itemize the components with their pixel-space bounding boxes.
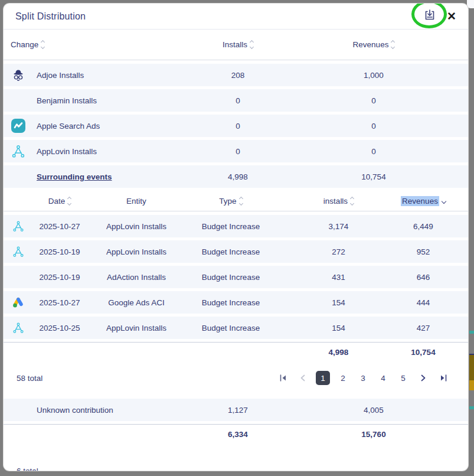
revenues-value: 4,005 [297, 406, 450, 415]
installs-value: 208 [179, 71, 297, 80]
installs-value: 272 [281, 247, 396, 256]
type-value: Budget Increase [181, 324, 281, 332]
sort-icon [351, 197, 354, 205]
column-header-change[interactable]: Change [11, 40, 179, 49]
installs-value: 0 [179, 147, 297, 156]
row-label: Unknown contribution [37, 406, 179, 415]
icon-placeholder [11, 402, 26, 418]
adjoe-icon [11, 67, 26, 83]
previous-page-button[interactable] [296, 371, 310, 385]
page-button-3[interactable]: 3 [356, 371, 370, 385]
page-button-2[interactable]: 2 [336, 371, 350, 385]
table-row: 2025-10-19 AdAction Installs Budget Incr… [4, 266, 468, 288]
entity-value: Google Ads ACI [92, 298, 181, 307]
sort-icon [391, 41, 394, 48]
row-label: AppLovin Installs [37, 147, 179, 156]
column-header-installs[interactable]: installs [281, 197, 396, 206]
date-value: 2025-10-27 [27, 222, 92, 231]
date-value: 2025-10-19 [27, 247, 92, 256]
table-row: AppLovin Installs 0 0 [4, 140, 468, 162]
row-label: Apple Search Ads [37, 122, 179, 131]
icon-placeholder [11, 269, 26, 285]
column-header-installs[interactable]: Installs [179, 40, 297, 49]
revenues-value: 10,754 [297, 172, 450, 181]
type-value: Budget Increase [181, 222, 281, 231]
revenues-grand-total: 15,760 [297, 430, 450, 439]
table-row: 2025-10-19 AppLovin Installs Budget Incr… [4, 240, 468, 263]
close-button[interactable]: ✕ [446, 11, 457, 22]
modal-titlebar: Split Distribution ✕ [4, 4, 468, 30]
chevron-right-icon [420, 374, 426, 382]
first-page-button[interactable] [276, 371, 290, 385]
column-header-date[interactable]: Date [27, 197, 92, 206]
icon-placeholder [11, 169, 26, 184]
installs-value: 0 [179, 96, 297, 105]
page-button-1[interactable]: 1 [316, 371, 330, 385]
sort-icon [240, 197, 243, 205]
table-row: 2025-10-27 AppLovin Installs Budget Incr… [4, 215, 468, 237]
installs-value: 431 [281, 273, 396, 282]
type-value: Budget Increase [181, 298, 281, 307]
background-fragment [469, 380, 474, 390]
installs-value: 3,174 [281, 222, 396, 231]
table-row: Apple Search Ads 0 0 [4, 115, 468, 137]
background-fragment [467, 0, 474, 8]
page-button-4[interactable]: 4 [376, 371, 390, 385]
revenues-value: 6,449 [396, 222, 450, 231]
column-header-type-label: Type [219, 197, 236, 206]
installs-value: 0 [179, 122, 297, 131]
sort-icon [68, 197, 71, 205]
download-button[interactable] [422, 9, 437, 24]
table-row: 2025-10-25 AppLovin Installs Budget Incr… [4, 317, 468, 339]
entity-value: AppLovin Installs [92, 222, 181, 231]
last-page-icon [440, 374, 447, 382]
column-header-date-label: Date [48, 197, 66, 206]
revenues-value: 444 [396, 298, 450, 307]
summary-table-header: Change Installs Revenues [4, 30, 468, 60]
column-header-revenues[interactable]: Revenues [297, 40, 450, 49]
first-page-icon [279, 374, 287, 382]
installs-value: 4,998 [179, 172, 297, 181]
type-value: Budget Increase [181, 247, 281, 256]
summary-total-count: 6 total [17, 467, 468, 471]
row-label: Adjoe Installs [37, 71, 179, 80]
revenues-value: 0 [297, 147, 450, 156]
sort-icon [41, 41, 44, 48]
events-total-count: 58 total [17, 374, 43, 383]
background-fragment [469, 354, 474, 380]
next-page-button[interactable] [416, 371, 430, 385]
background-fragment [469, 331, 474, 334]
column-header-type[interactable]: Type [181, 197, 281, 206]
installs-value: 154 [281, 298, 396, 307]
google-ads-icon [11, 295, 26, 310]
page-button-5[interactable]: 5 [396, 371, 410, 385]
column-header-revenues-label: Revenues [401, 196, 439, 206]
revenues-value: 952 [396, 247, 450, 256]
revenues-value: 427 [396, 324, 450, 332]
table-row-surrounding-events: Surrounding events 4,998 10,754 [4, 165, 468, 188]
pager-controls: 1 2 3 4 5 [276, 371, 450, 385]
events-pagination: 58 total 1 2 3 4 5 [4, 362, 468, 394]
revenues-value: 0 [297, 96, 450, 105]
entity-value: AppLovin Installs [92, 324, 181, 332]
surrounding-events-link[interactable]: Surrounding events [37, 172, 179, 181]
last-page-button[interactable] [436, 371, 450, 385]
column-header-entity-label: Entity [126, 197, 146, 206]
revenues-value: 646 [396, 273, 450, 282]
events-table-header: Date Entity Type installs Revenues [4, 191, 468, 211]
table-row: 2025-10-27 Google Ads ACI Budget Increas… [4, 291, 468, 314]
row-label: Benjamin Installs [37, 96, 179, 105]
events-totals-row: 4,998 10,754 [4, 342, 468, 362]
column-header-entity[interactable]: Entity [92, 197, 181, 206]
column-header-change-label: Change [11, 40, 38, 49]
modal-title: Split Distribution [15, 11, 86, 22]
entity-value: AdAction Installs [92, 273, 181, 282]
column-header-revenues-sorted[interactable]: Revenues [396, 196, 450, 206]
applovin-icon [11, 219, 26, 234]
installs-value: 1,127 [179, 406, 297, 415]
sort-icon [250, 41, 253, 48]
column-header-installs-label: installs [323, 197, 348, 206]
icon-placeholder [11, 93, 26, 108]
titlebar-actions: ✕ [422, 9, 457, 24]
type-value: Budget Increase [181, 273, 281, 282]
